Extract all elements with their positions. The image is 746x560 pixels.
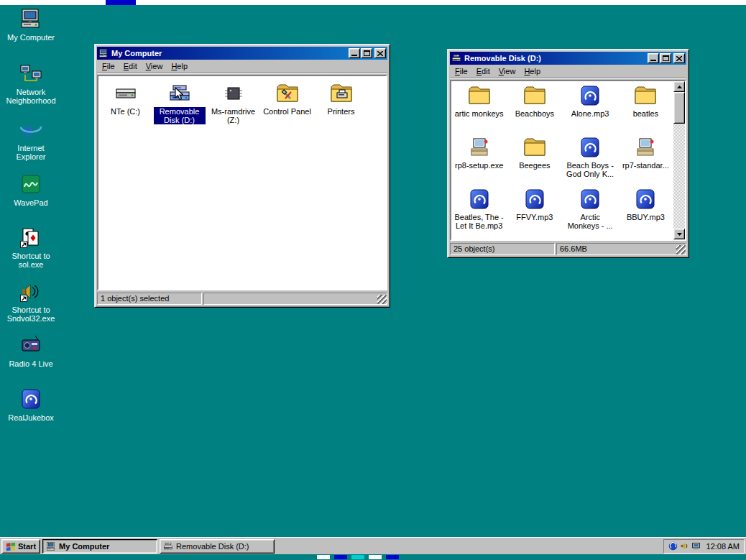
window-title: Removable Disk (D:) — [464, 54, 648, 63]
maximize-button[interactable] — [660, 53, 671, 63]
maximize-button[interactable] — [361, 48, 372, 58]
resize-grip[interactable] — [377, 295, 387, 304]
computer-icon — [19, 7, 42, 30]
folder-icon — [634, 84, 657, 107]
file-item-beatles[interactable]: beatles — [618, 84, 673, 136]
close-button[interactable] — [374, 48, 386, 58]
desktop-icon-wavepad[interactable]: WavePad — [4, 173, 58, 207]
file-item-beegees[interactable]: Beegees — [507, 136, 562, 188]
file-item-label: Beegees — [507, 161, 562, 170]
taskbar: Start My ComputerRemovable Disk (D:) 12:… — [0, 537, 746, 554]
desktop-icon-internet-explorer[interactable]: eInternet Explorer — [4, 118, 58, 161]
start-button[interactable]: Start — [1, 539, 40, 554]
desktop-icon-radio-4-live[interactable]: Radio 4 Live — [4, 334, 58, 368]
file-item-beatles-the-let-it-be-mp3[interactable]: Beatles, The - Let It Be.mp3 — [451, 188, 507, 239]
ie-icon: e — [19, 118, 42, 141]
file-item-label: FFVY.mp3 — [507, 213, 562, 221]
resize-grip[interactable] — [676, 245, 686, 254]
desktop-icon-label: Network Neighborhood — [4, 88, 58, 105]
monitor-icon[interactable] — [691, 541, 701, 551]
close-button[interactable] — [673, 53, 685, 63]
file-icon-row: NTe (C:)Removable Disk (D:)Ms-ramdrive (… — [98, 76, 386, 124]
realplayer-icon[interactable] — [668, 541, 678, 551]
computer-icon — [46, 541, 56, 551]
desktop-icon-realjukebox[interactable]: RealJukebox — [4, 387, 58, 422]
menubar: FileEditViewHelp — [450, 65, 686, 78]
cards-icon — [19, 226, 42, 249]
status-size: 66.6MB — [556, 243, 686, 255]
menu-item-edit[interactable]: Edit — [472, 66, 494, 76]
file-item-rp8-setup-exe[interactable]: rp8-setup.exe — [451, 136, 507, 188]
window-my-computer: My Computer FileEditViewHelp NTe (C:)Rem… — [94, 44, 390, 308]
menu-item-file[interactable]: File — [451, 66, 472, 76]
close-icon — [676, 56, 682, 61]
file-area: NTe (C:)Removable Disk (D:)Ms-ramdrive (… — [97, 75, 387, 290]
minimize-button[interactable] — [648, 53, 659, 63]
arrow-up-icon — [677, 86, 682, 88]
removable-disk-titlebar[interactable]: Removable Disk (D:) — [450, 52, 686, 65]
minimize-button[interactable] — [349, 48, 360, 58]
scrollbar-thumb[interactable] — [673, 92, 685, 124]
file-item-ffvy-mp3[interactable]: FFVY.mp3 — [507, 188, 562, 239]
scroll-down-button[interactable] — [673, 229, 685, 239]
svg-text:e: e — [24, 119, 32, 140]
desktop-icon-network-neighborhood[interactable]: Network Neighborhood — [4, 62, 58, 105]
setup-icon — [634, 136, 657, 159]
file-item-label: beatles — [618, 109, 673, 118]
wavepad-icon — [19, 173, 42, 196]
minimize-icon — [650, 60, 656, 61]
volume-icon[interactable] — [680, 541, 689, 551]
file-item-artic-monkeys[interactable]: artic monkeys — [451, 84, 507, 136]
menu-item-edit[interactable]: Edit — [119, 61, 142, 71]
bottom-edge-artifact — [369, 555, 382, 559]
menu-item-view[interactable]: View — [142, 61, 167, 71]
file-item-label: Beatles, The - Let It Be.mp3 — [451, 213, 507, 230]
file-item-label: rp8-setup.exe — [451, 161, 507, 170]
file-item-nte-c[interactable]: NTe (C:) — [98, 82, 152, 124]
file-item-control-panel[interactable]: Control Panel — [260, 82, 314, 124]
menu-item-help[interactable]: Help — [520, 66, 545, 76]
network-icon — [19, 62, 42, 85]
folder-icon — [468, 84, 491, 107]
folder-icon — [523, 84, 546, 107]
mp3-icon — [523, 188, 546, 211]
scrollbar-track[interactable] — [673, 92, 685, 229]
menu-item-help[interactable]: Help — [167, 61, 192, 71]
bottom-edge-artifact — [334, 555, 347, 559]
desktop-icon-shortcut-to-sol-exe[interactable]: Shortcut to sol.exe — [4, 226, 58, 269]
windows-logo-icon — [6, 541, 16, 551]
my-computer-titlebar[interactable]: My Computer — [97, 47, 387, 60]
file-item-label: Alone.mp3 — [563, 109, 618, 118]
file-item-label: NTe (C:) — [98, 107, 152, 116]
maximize-icon — [364, 50, 370, 56]
file-icon-grid: artic monkeysBeachboysAlone.mp3beatlesrp… — [451, 81, 673, 239]
file-item-label: artic monkeys — [451, 109, 507, 118]
file-item-ms-ramdrive-z[interactable]: Ms-ramdrive (Z:) — [206, 82, 260, 124]
desktop-icon-shortcut-to-sndvol32-exe[interactable]: Shortcut to Sndvol32.exe — [4, 280, 58, 323]
task-button-removable-disk-d[interactable]: Removable Disk (D:) — [160, 539, 275, 554]
window-controls — [648, 53, 685, 63]
system-tray: 12:08 AM — [663, 539, 745, 554]
menu-item-file[interactable]: File — [98, 61, 119, 71]
maximize-icon — [663, 55, 669, 61]
file-item-bbuy-mp3[interactable]: BBUY.mp3 — [618, 188, 673, 239]
clock[interactable]: 12:08 AM — [706, 542, 740, 551]
statusbar: 25 object(s) 66.6MB — [450, 243, 686, 255]
bottom-edge-artifact — [386, 555, 399, 559]
task-button-my-computer[interactable]: My Computer — [42, 539, 157, 554]
file-item-label: rp7-standar... — [618, 161, 673, 170]
scroll-up-button[interactable] — [673, 81, 685, 92]
desktop-icon-my-computer[interactable]: My Computer — [4, 7, 58, 42]
menu-item-view[interactable]: View — [494, 66, 520, 76]
file-item-label: Control Panel — [260, 107, 314, 116]
menubar: FileEditViewHelp — [97, 60, 387, 73]
desktop-icon-label: RealJukebox — [4, 413, 58, 422]
statusbar: 1 object(s) selected — [97, 293, 387, 305]
file-item-printers[interactable]: Printers — [314, 82, 368, 124]
file-item-alone-mp3[interactable]: Alone.mp3 — [563, 84, 618, 136]
file-item-rp7-standar[interactable]: rp7-standar... — [618, 136, 673, 188]
file-item-arctic-monkeys[interactable]: Arctic Monkeys - ... — [563, 188, 618, 239]
file-item-beach-boys-god-only-k[interactable]: Beach Boys - God Only K... — [563, 136, 618, 188]
desktop-icon-label: My Computer — [4, 33, 58, 42]
file-item-beachboys[interactable]: Beachboys — [507, 84, 562, 136]
